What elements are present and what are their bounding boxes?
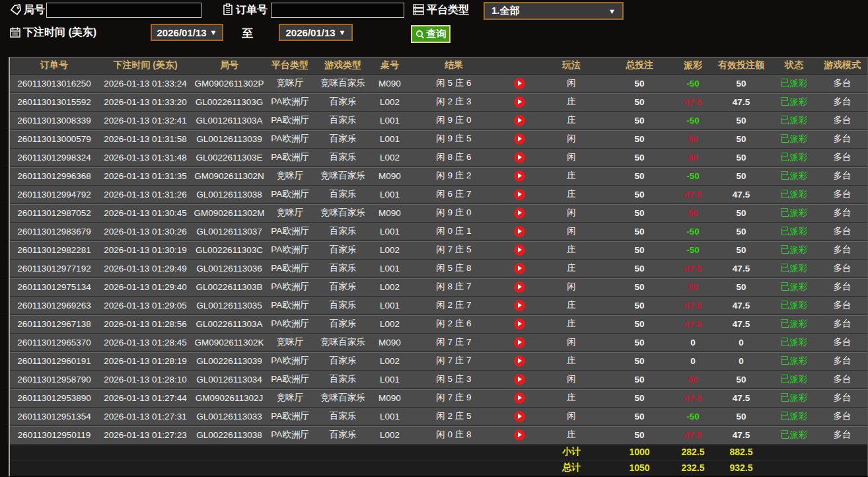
play-icon xyxy=(518,210,522,215)
cell-bet-time: 2026-01-13 01:30:45 xyxy=(98,203,192,222)
cell-total-bet: 50 xyxy=(604,166,674,185)
cell-status: 已派彩 xyxy=(771,259,817,277)
cell-status: 已派彩 xyxy=(771,240,817,259)
order-number-input[interactable] xyxy=(271,3,404,18)
table-row: 2601130129983242026-01-13 01:31:48GL0022… xyxy=(10,148,867,166)
filter-bar: 局号 订单号 平台类型 1.全部 ▼ 下注时间 (美东) 2026/01/13 … xyxy=(0,0,868,57)
cell-result: 闲 7 庄 7 xyxy=(408,351,500,370)
cell-table-no: M090 xyxy=(372,74,408,92)
cell-order-id: 260113012996368 xyxy=(10,166,98,185)
cell-payout: 50 xyxy=(674,203,711,222)
cell-bet-time: 2026-01-13 01:29:05 xyxy=(98,296,192,314)
round-number-input[interactable] xyxy=(46,3,201,18)
table-row: 2601130129653702026-01-13 01:28:45GM0902… xyxy=(10,333,867,351)
play-icon xyxy=(518,303,522,308)
cell-table-no: L002 xyxy=(372,314,408,333)
cell-status: 已派彩 xyxy=(771,148,817,166)
cell-result: 闲 0 庄 1 xyxy=(408,222,500,240)
cell-valid-bet: 47.5 xyxy=(711,296,771,314)
cell-result: 闲 9 庄 0 xyxy=(408,203,500,222)
table-row: 2601130129601912026-01-13 01:28:19GL0022… xyxy=(10,351,867,370)
cell-total-bet: 50 xyxy=(604,111,674,129)
cell-play-type: 庄 xyxy=(538,296,604,314)
cell-status: 已派彩 xyxy=(771,351,817,370)
cell-total-bet: 50 xyxy=(604,240,674,259)
cell-table-no: M090 xyxy=(372,203,408,222)
play-video-button[interactable] xyxy=(514,263,525,274)
cell-video xyxy=(500,333,538,351)
query-button[interactable]: 查询 xyxy=(411,25,451,43)
cell-video xyxy=(500,407,538,425)
cell-video xyxy=(500,370,538,388)
cell-bet-time: 2026-01-13 01:29:49 xyxy=(98,259,192,277)
cell-valid-bet: 50 xyxy=(711,148,771,166)
play-video-button[interactable] xyxy=(514,207,525,219)
cell-table-no: L001 xyxy=(372,407,408,425)
cell-valid-bet: 50 xyxy=(711,407,771,425)
play-video-button[interactable] xyxy=(514,96,525,108)
play-video-button[interactable] xyxy=(514,133,525,145)
cell-total-bet: 50 xyxy=(604,222,674,240)
header-valid-bet: 有效投注额 xyxy=(711,57,771,74)
cell-payout: 50 xyxy=(674,370,711,388)
cell-result: 闲 6 庄 7 xyxy=(408,185,500,203)
date-from-picker[interactable]: 2026/01/13 ▼ xyxy=(151,24,223,41)
play-video-button[interactable] xyxy=(514,318,525,330)
cell-payout: 47.5 xyxy=(674,92,711,111)
cell-video xyxy=(500,240,538,259)
play-video-button[interactable] xyxy=(514,411,525,422)
play-video-button[interactable] xyxy=(514,152,525,163)
cell-video xyxy=(500,166,538,185)
play-video-button[interactable] xyxy=(514,244,525,256)
play-video-button[interactable] xyxy=(514,392,525,404)
play-video-button[interactable] xyxy=(514,429,525,441)
cell-order-id: 260113012982281 xyxy=(10,240,98,259)
cell-valid-bet: 0 xyxy=(711,351,771,370)
cell-payout: -50 xyxy=(674,222,711,240)
cell-video xyxy=(500,425,538,444)
cell-game-type: 百家乐 xyxy=(314,148,372,166)
play-video-button[interactable] xyxy=(514,115,525,126)
cell-bet-time: 2026-01-13 01:28:56 xyxy=(98,314,192,333)
play-video-button[interactable] xyxy=(514,355,525,367)
play-icon xyxy=(518,136,522,141)
bet-records-table: 订单号 下注时间 (美东) 局号 平台类型 游戏类型 桌号 结果 玩法 总投注 … xyxy=(9,57,868,476)
play-video-button[interactable] xyxy=(514,300,525,311)
cell-game-mode: 多台 xyxy=(817,259,867,277)
play-video-button[interactable] xyxy=(514,189,525,200)
grand-total-valid-bet: 932.5 xyxy=(711,460,771,476)
cell-valid-bet: 50 xyxy=(711,129,771,148)
cell-video xyxy=(500,388,538,407)
play-video-button[interactable] xyxy=(514,337,525,348)
cell-round-id: GL00126113036 xyxy=(192,259,266,277)
cell-result: 闲 5 庄 3 xyxy=(408,370,500,388)
cell-game-mode: 多台 xyxy=(817,333,867,351)
cell-valid-bet: 0 xyxy=(711,333,771,351)
play-video-button[interactable] xyxy=(514,78,525,89)
cell-status: 已派彩 xyxy=(771,129,817,148)
play-video-button[interactable] xyxy=(514,226,525,237)
cell-total-bet: 50 xyxy=(604,425,674,444)
search-icon xyxy=(416,30,425,39)
cell-round-id: GM0902611302N xyxy=(192,166,266,185)
cell-result: 闲 7 庄 7 xyxy=(408,333,500,351)
table-row: 2601130129538902026-01-13 01:27:44GM0902… xyxy=(10,388,867,407)
cell-play-type: 庄 xyxy=(538,259,604,277)
cell-order-id: 260113012950119 xyxy=(10,425,98,444)
platform-type-select[interactable]: 1.全部 ▼ xyxy=(484,2,624,20)
cell-game-mode: 多台 xyxy=(817,166,867,185)
play-video-button[interactable] xyxy=(514,374,525,385)
play-icon xyxy=(518,173,522,178)
play-video-button[interactable] xyxy=(514,281,525,293)
date-to-picker[interactable]: 2026/01/13 ▼ xyxy=(279,24,353,41)
cell-payout: -50 xyxy=(674,166,711,185)
grand-total-payout: 232.5 xyxy=(674,460,711,476)
table-row: 2601130129751342026-01-13 01:29:40GL0022… xyxy=(10,277,867,296)
header-game-type: 游戏类型 xyxy=(314,57,372,74)
cell-table-no: L002 xyxy=(372,425,408,444)
cell-total-bet: 50 xyxy=(604,333,674,351)
cell-result: 闲 2 庄 7 xyxy=(408,296,500,314)
cell-round-id: GL00226113038 xyxy=(192,425,266,444)
play-video-button[interactable] xyxy=(514,170,525,182)
table-row: 2601130130005792026-01-13 01:31:58GL0012… xyxy=(10,129,867,148)
